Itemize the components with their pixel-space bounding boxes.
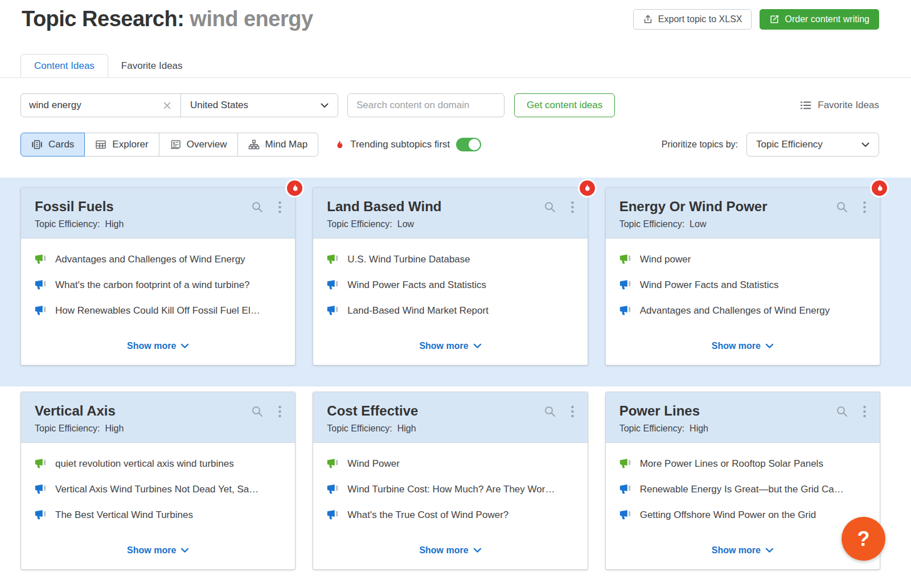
topic-card-energy-or-wind-power: Energy Or Wind Power Topic Efficiency:Lo… xyxy=(605,187,880,365)
page-header: Topic Research:wind energy Export topic … xyxy=(0,0,911,31)
card-title: Land Based Wind xyxy=(327,199,543,215)
content-idea-item[interactable]: Getting Offshore Wind Power on the Grid xyxy=(619,509,866,521)
content-idea-text: Wind power xyxy=(640,254,691,265)
trending-toggle[interactable] xyxy=(456,138,481,151)
content-idea-item[interactable]: quiet revolution vertical axis wind turb… xyxy=(35,458,281,470)
show-more-link[interactable]: Show more xyxy=(619,338,866,356)
topic-efficiency-value: Low xyxy=(690,219,706,229)
megaphone-icon xyxy=(35,306,47,315)
view-cards-label: Cards xyxy=(48,139,74,150)
tab-content-ideas-label: Content Ideas xyxy=(34,60,95,72)
chevron-down-icon xyxy=(321,103,329,108)
export-icon xyxy=(643,14,653,24)
content-idea-item[interactable]: Advantages and Challenges of Wind Energy xyxy=(619,305,866,316)
content-idea-item[interactable]: Wind Power Facts and Statistics xyxy=(619,279,866,291)
show-more-link[interactable]: Show more xyxy=(35,338,281,356)
content-idea-item[interactable]: Advantages and Challenges of Wind Energy xyxy=(35,254,281,265)
idea-list: quiet revolution vertical axis wind turb… xyxy=(35,458,281,542)
chevron-down-icon xyxy=(765,343,774,349)
keyword-input[interactable] xyxy=(29,100,162,111)
edit-icon xyxy=(769,14,779,24)
content-idea-text: Advantages and Challenges of Wind Energy xyxy=(55,254,245,265)
prioritize-control: Prioritize topics by: Topic Efficiency xyxy=(662,133,879,157)
view-mindmap-button[interactable]: Mind Map xyxy=(237,133,319,157)
kebab-menu-icon[interactable] xyxy=(278,405,281,418)
search-icon[interactable] xyxy=(251,405,264,418)
chevron-down-icon xyxy=(180,548,189,553)
get-content-ideas-button[interactable]: Get content ideas xyxy=(514,93,615,117)
kebab-menu-icon[interactable] xyxy=(278,201,281,213)
toggle-knob xyxy=(469,139,480,150)
export-topic-button[interactable]: Export topic to XLSX xyxy=(633,9,752,30)
topic-efficiency-label: Topic Efficiency: xyxy=(35,219,100,229)
show-more-label: Show more xyxy=(127,341,176,351)
view-cards-button[interactable]: Cards xyxy=(20,133,85,157)
content-idea-item[interactable]: How Renewables Could Kill Off Fossil Fue… xyxy=(35,305,281,316)
content-idea-item[interactable]: More Power Lines or Rooftop Solar Panels xyxy=(619,458,866,470)
topic-card-fossil-fuels: Fossil Fuels Topic Efficiency:High Advan… xyxy=(20,187,296,365)
card-actions xyxy=(544,199,574,213)
content-idea-item[interactable]: Vertical Axis Wind Turbines Not Dead Yet… xyxy=(35,484,281,495)
content-idea-item[interactable]: Wind Turbine Cost: How Much? Are They Wo… xyxy=(327,484,573,495)
tab-favorite-ideas[interactable]: Favorite Ideas xyxy=(108,54,196,77)
content-idea-item[interactable]: Land-Based Wind Market Report xyxy=(327,305,573,316)
chevron-down-icon xyxy=(861,142,869,147)
help-button-label: ? xyxy=(857,527,870,551)
kebab-menu-icon[interactable] xyxy=(571,405,574,418)
card-body: U.S. Wind Turbine Database Wind Power Fa… xyxy=(313,239,587,365)
card-body: Advantages and Challenges of Wind Energy… xyxy=(21,239,295,365)
show-more-link[interactable]: Show more xyxy=(35,542,281,560)
order-content-writing-button[interactable]: Order content writing xyxy=(760,9,879,30)
country-select[interactable]: United States xyxy=(180,94,338,117)
show-more-link[interactable]: Show more xyxy=(327,542,573,560)
content-idea-text: Wind Power Facts and Statistics xyxy=(640,279,779,291)
page-title-query: wind energy xyxy=(190,7,313,31)
search-icon[interactable] xyxy=(836,405,848,418)
views-row: Cards Explorer Overview Mind Map Trendin… xyxy=(0,117,911,157)
view-overview-button[interactable]: Overview xyxy=(159,133,238,157)
trending-fire-badge xyxy=(872,180,887,196)
card-title: Fossil Fuels xyxy=(35,199,251,215)
kebab-menu-icon[interactable] xyxy=(571,201,574,213)
content-idea-text: Wind Turbine Cost: How Much? Are They Wo… xyxy=(347,484,555,495)
export-topic-label: Export topic to XLSX xyxy=(658,14,742,24)
search-icon[interactable] xyxy=(836,201,848,213)
megaphone-icon xyxy=(619,510,631,520)
show-more-label: Show more xyxy=(419,341,468,351)
megaphone-icon xyxy=(35,254,47,264)
show-more-link[interactable]: Show more xyxy=(619,542,866,560)
content-idea-item[interactable]: Wind Power xyxy=(327,458,573,470)
card-body: More Power Lines or Rooftop Solar Panels… xyxy=(606,443,880,569)
search-icon[interactable] xyxy=(251,201,264,213)
search-icon[interactable] xyxy=(544,405,556,418)
tab-content-ideas[interactable]: Content Ideas xyxy=(20,54,108,77)
topic-efficiency: Topic Efficiency:High xyxy=(327,423,573,434)
search-icon[interactable] xyxy=(544,201,556,213)
topic-card-cost-effective: Cost Effective Topic Efficiency:High Win… xyxy=(313,392,588,570)
content-idea-item[interactable]: U.S. Wind Turbine Database xyxy=(327,254,573,265)
help-button[interactable]: ? xyxy=(842,517,885,561)
show-more-link[interactable]: Show more xyxy=(327,338,573,356)
megaphone-icon xyxy=(35,510,47,520)
content-idea-item[interactable]: The Best Vertical Wind Turbines xyxy=(35,509,281,521)
order-content-writing-label: Order content writing xyxy=(785,14,869,24)
domain-search-input[interactable] xyxy=(347,93,504,117)
kebab-menu-icon[interactable] xyxy=(863,201,866,213)
content-idea-item[interactable]: Wind power xyxy=(619,254,866,265)
chevron-down-icon xyxy=(473,343,482,349)
kebab-menu-icon[interactable] xyxy=(863,405,866,418)
content-idea-item[interactable]: What's the True Cost of Wind Power? xyxy=(327,509,573,521)
megaphone-icon xyxy=(619,306,631,315)
view-explorer-button[interactable]: Explorer xyxy=(84,133,159,157)
card-title: Vertical Axis xyxy=(35,403,251,419)
megaphone-icon xyxy=(327,254,339,264)
prioritize-select[interactable]: Topic Efficiency xyxy=(746,133,879,157)
clear-icon[interactable] xyxy=(162,100,173,111)
content-idea-item[interactable]: Renewable Energy Is Great—but the Grid C… xyxy=(619,484,866,495)
prioritize-label: Prioritize topics by: xyxy=(662,139,738,150)
content-idea-item[interactable]: Wind Power Facts and Statistics xyxy=(327,279,573,291)
content-idea-item[interactable]: What's the carbon footprint of a wind tu… xyxy=(35,279,281,291)
content-idea-text: How Renewables Could Kill Off Fossil Fue… xyxy=(55,305,260,316)
favorite-ideas-link[interactable]: Favorite Ideas xyxy=(800,100,879,111)
idea-list: More Power Lines or Rooftop Solar Panels… xyxy=(619,458,866,542)
